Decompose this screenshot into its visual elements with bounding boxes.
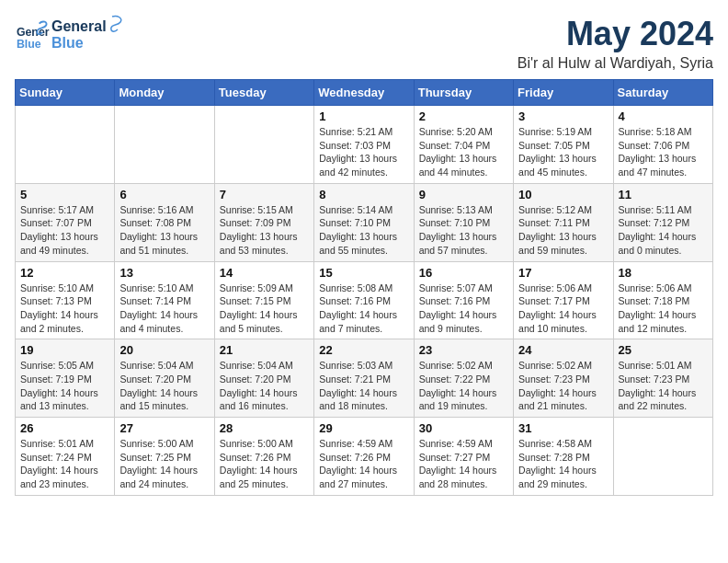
- day-number: 27: [119, 421, 209, 435]
- day-info: Sunrise: 5:21 AM Sunset: 7:03 PM Dayligh…: [319, 125, 408, 179]
- day-number: 7: [220, 188, 309, 201]
- day-number: 1: [319, 109, 408, 123]
- calendar-cell: 8Sunrise: 5:14 AM Sunset: 7:10 PM Daylig…: [314, 183, 414, 261]
- calendar-cell: 24Sunrise: 5:02 AM Sunset: 7:23 PM Dayli…: [514, 339, 613, 418]
- day-info: Sunrise: 5:00 AM Sunset: 7:25 PM Dayligh…: [119, 437, 209, 491]
- title-block: May 2024 Bi'r al Hulw al Wardiyah, Syria: [518, 15, 713, 72]
- day-info: Sunrise: 5:18 AM Sunset: 7:06 PM Dayligh…: [619, 125, 708, 179]
- day-info: Sunrise: 5:16 AM Sunset: 7:08 PM Dayligh…: [119, 203, 209, 258]
- calendar-cell: 9Sunrise: 5:13 AM Sunset: 7:10 PM Daylig…: [414, 183, 513, 261]
- calendar-table: SundayMondayTuesdayWednesdayThursdayFrid…: [15, 79, 713, 496]
- calendar-cell: 20Sunrise: 5:04 AM Sunset: 7:20 PM Dayli…: [115, 339, 214, 418]
- day-number: 26: [20, 421, 109, 435]
- day-info: Sunrise: 5:10 AM Sunset: 7:14 PM Dayligh…: [119, 282, 209, 336]
- day-info: Sunrise: 4:59 AM Sunset: 7:26 PM Dayligh…: [319, 437, 408, 491]
- calendar-cell: 15Sunrise: 5:08 AM Sunset: 7:16 PM Dayli…: [314, 261, 414, 339]
- day-info: Sunrise: 5:06 AM Sunset: 7:18 PM Dayligh…: [619, 282, 708, 336]
- calendar-cell: 1Sunrise: 5:21 AM Sunset: 7:03 PM Daylig…: [314, 106, 414, 184]
- logo-text: General Blue: [51, 15, 134, 53]
- calendar-cell: 30Sunrise: 4:59 AM Sunset: 7:27 PM Dayli…: [414, 418, 513, 496]
- day-number: 16: [419, 266, 508, 280]
- day-number: 24: [518, 343, 608, 357]
- weekday-tuesday: Tuesday: [214, 80, 313, 106]
- calendar-cell: 28Sunrise: 5:00 AM Sunset: 7:26 PM Dayli…: [214, 418, 313, 496]
- day-number: 10: [518, 188, 608, 201]
- day-number: 17: [518, 266, 608, 280]
- calendar-cell: 16Sunrise: 5:07 AM Sunset: 7:16 PM Dayli…: [414, 261, 513, 339]
- calendar-body: 1Sunrise: 5:21 AM Sunset: 7:03 PM Daylig…: [16, 106, 713, 496]
- day-number: 8: [319, 188, 408, 201]
- day-number: 20: [119, 343, 209, 357]
- day-number: 9: [419, 188, 508, 201]
- day-info: Sunrise: 5:06 AM Sunset: 7:17 PM Dayligh…: [518, 282, 608, 336]
- day-info: Sunrise: 5:15 AM Sunset: 7:09 PM Dayligh…: [220, 203, 309, 258]
- logo: General Blue General Blue: [15, 15, 134, 53]
- month-title: May 2024: [518, 15, 713, 53]
- day-info: Sunrise: 5:17 AM Sunset: 7:07 PM Dayligh…: [20, 203, 109, 258]
- calendar-cell: 7Sunrise: 5:15 AM Sunset: 7:09 PM Daylig…: [214, 183, 313, 261]
- calendar-cell: 17Sunrise: 5:06 AM Sunset: 7:17 PM Dayli…: [514, 261, 613, 339]
- day-info: Sunrise: 4:59 AM Sunset: 7:27 PM Dayligh…: [419, 437, 508, 491]
- day-number: 18: [619, 266, 708, 280]
- calendar-cell: 6Sunrise: 5:16 AM Sunset: 7:08 PM Daylig…: [115, 183, 214, 261]
- day-info: Sunrise: 5:13 AM Sunset: 7:10 PM Dayligh…: [419, 203, 508, 258]
- day-number: 23: [419, 343, 508, 357]
- day-number: 29: [319, 421, 408, 435]
- day-number: 19: [20, 343, 109, 357]
- location-title: Bi'r al Hulw al Wardiyah, Syria: [518, 55, 713, 72]
- weekday-header-row: SundayMondayTuesdayWednesdayThursdayFrid…: [16, 80, 713, 106]
- calendar-cell: 11Sunrise: 5:11 AM Sunset: 7:12 PM Dayli…: [613, 183, 712, 261]
- calendar-cell: [613, 418, 712, 496]
- week-row-4: 19Sunrise: 5:05 AM Sunset: 7:19 PM Dayli…: [16, 339, 713, 418]
- calendar-cell: 25Sunrise: 5:01 AM Sunset: 7:23 PM Dayli…: [613, 339, 712, 418]
- calendar-cell: [214, 106, 313, 184]
- calendar-cell: 3Sunrise: 5:19 AM Sunset: 7:05 PM Daylig…: [514, 106, 613, 184]
- calendar-cell: 12Sunrise: 5:10 AM Sunset: 7:13 PM Dayli…: [16, 261, 115, 339]
- day-info: Sunrise: 5:08 AM Sunset: 7:16 PM Dayligh…: [319, 282, 408, 336]
- calendar-cell: 26Sunrise: 5:01 AM Sunset: 7:24 PM Dayli…: [16, 418, 115, 496]
- week-row-2: 5Sunrise: 5:17 AM Sunset: 7:07 PM Daylig…: [16, 183, 713, 261]
- calendar-cell: 19Sunrise: 5:05 AM Sunset: 7:19 PM Dayli…: [16, 339, 115, 418]
- week-row-5: 26Sunrise: 5:01 AM Sunset: 7:24 PM Dayli…: [16, 418, 713, 496]
- calendar-cell: 2Sunrise: 5:20 AM Sunset: 7:04 PM Daylig…: [414, 106, 513, 184]
- day-info: Sunrise: 5:04 AM Sunset: 7:20 PM Dayligh…: [220, 359, 309, 413]
- svg-text:Blue: Blue: [17, 38, 41, 51]
- calendar-cell: 23Sunrise: 5:02 AM Sunset: 7:22 PM Dayli…: [414, 339, 513, 418]
- day-info: Sunrise: 5:11 AM Sunset: 7:12 PM Dayligh…: [619, 203, 708, 258]
- day-info: Sunrise: 5:05 AM Sunset: 7:19 PM Dayligh…: [20, 359, 109, 413]
- day-number: 31: [518, 421, 608, 435]
- day-info: Sunrise: 5:19 AM Sunset: 7:05 PM Dayligh…: [518, 125, 608, 179]
- day-info: Sunrise: 4:58 AM Sunset: 7:28 PM Dayligh…: [518, 437, 608, 491]
- svg-text:General: General: [51, 18, 107, 34]
- day-number: 12: [20, 266, 109, 280]
- week-row-3: 12Sunrise: 5:10 AM Sunset: 7:13 PM Dayli…: [16, 261, 713, 339]
- day-number: 21: [220, 343, 309, 357]
- calendar-cell: 31Sunrise: 4:58 AM Sunset: 7:28 PM Dayli…: [514, 418, 613, 496]
- day-number: 3: [518, 109, 608, 123]
- day-info: Sunrise: 5:03 AM Sunset: 7:21 PM Dayligh…: [319, 359, 408, 413]
- day-number: 2: [419, 109, 508, 123]
- calendar-cell: 18Sunrise: 5:06 AM Sunset: 7:18 PM Dayli…: [613, 261, 712, 339]
- weekday-friday: Friday: [514, 80, 613, 106]
- day-number: 30: [419, 421, 508, 435]
- day-info: Sunrise: 5:01 AM Sunset: 7:24 PM Dayligh…: [20, 437, 109, 491]
- calendar-cell: 13Sunrise: 5:10 AM Sunset: 7:14 PM Dayli…: [115, 261, 214, 339]
- day-number: 13: [119, 266, 209, 280]
- weekday-monday: Monday: [115, 80, 214, 106]
- calendar-cell: 5Sunrise: 5:17 AM Sunset: 7:07 PM Daylig…: [16, 183, 115, 261]
- calendar-cell: 22Sunrise: 5:03 AM Sunset: 7:21 PM Dayli…: [314, 339, 414, 418]
- day-info: Sunrise: 5:14 AM Sunset: 7:10 PM Dayligh…: [319, 203, 408, 258]
- day-number: 22: [319, 343, 408, 357]
- weekday-thursday: Thursday: [414, 80, 513, 106]
- day-number: 4: [619, 109, 708, 123]
- day-info: Sunrise: 5:02 AM Sunset: 7:22 PM Dayligh…: [419, 359, 508, 413]
- calendar-cell: 29Sunrise: 4:59 AM Sunset: 7:26 PM Dayli…: [314, 418, 414, 496]
- day-info: Sunrise: 5:02 AM Sunset: 7:23 PM Dayligh…: [518, 359, 608, 413]
- week-row-1: 1Sunrise: 5:21 AM Sunset: 7:03 PM Daylig…: [16, 106, 713, 184]
- day-number: 6: [119, 188, 209, 201]
- calendar-cell: 14Sunrise: 5:09 AM Sunset: 7:15 PM Dayli…: [214, 261, 313, 339]
- day-info: Sunrise: 5:04 AM Sunset: 7:20 PM Dayligh…: [119, 359, 209, 413]
- day-number: 11: [619, 188, 708, 201]
- day-number: 5: [20, 188, 109, 201]
- calendar-cell: 21Sunrise: 5:04 AM Sunset: 7:20 PM Dayli…: [214, 339, 313, 418]
